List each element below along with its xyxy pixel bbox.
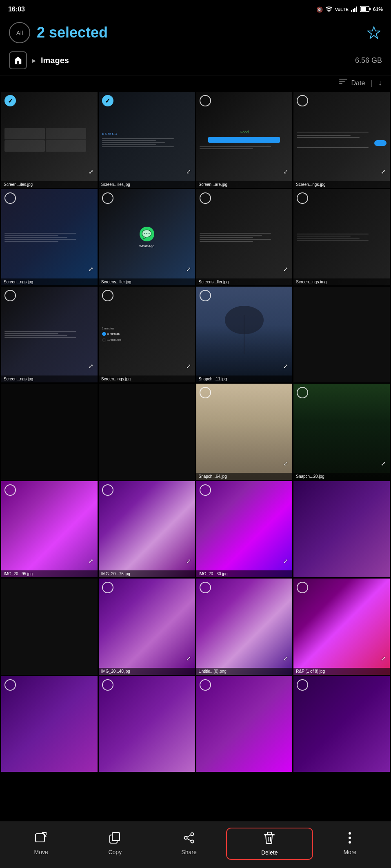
grid-item-16[interactable]: ⤢ IMG_20...95.jpg xyxy=(1,481,98,577)
toolbar-move[interactable]: Move xyxy=(4,830,78,858)
expand-icon-3[interactable]: ⤢ xyxy=(282,168,290,176)
expand-icon-14[interactable]: ⤢ xyxy=(282,459,290,468)
grid-item-25[interactable] xyxy=(99,676,195,772)
svg-rect-11 xyxy=(339,81,345,82)
grid-item-9[interactable]: ⤢ Screen...ngs.jpg xyxy=(1,287,98,383)
grid-item-22[interactable]: ⤢ Untitle...(0).png xyxy=(196,579,293,675)
grid-item-23[interactable]: ⤢ R&P (1 of 8).jpg xyxy=(293,579,390,675)
copy-icon xyxy=(109,832,121,846)
sort-divider: | xyxy=(371,79,373,87)
grid-item-11[interactable]: ⤢ Snapch...11.jpg xyxy=(196,287,293,383)
expand-icon-17[interactable]: ⤢ xyxy=(184,557,193,565)
select-circle-5[interactable] xyxy=(4,192,16,204)
select-circle-27[interactable] xyxy=(297,679,308,691)
grid-item-15[interactable]: ⤢ Snapch...20.jpg xyxy=(293,384,390,480)
file-label-11: Snapch...11.jpg xyxy=(196,375,293,382)
select-circle-18[interactable] xyxy=(200,484,211,496)
svg-point-0 xyxy=(328,11,329,12)
svg-rect-15 xyxy=(112,833,120,841)
toolbar-copy[interactable]: Copy xyxy=(78,830,152,858)
expand-icon-7[interactable]: ⤢ xyxy=(282,265,290,273)
toolbar-more-label: More xyxy=(343,849,356,855)
toolbar-more[interactable]: More xyxy=(313,830,387,858)
file-label-6: Screens...ller.jpg xyxy=(99,278,195,285)
header-bar: All 2 selected xyxy=(0,15,391,47)
select-circle-17[interactable] xyxy=(102,484,113,496)
expand-icon-21[interactable]: ⤢ xyxy=(184,654,193,663)
status-bar: 16:03 🔇 VoLTE xyxy=(0,0,391,15)
grid-item-13b[interactable] xyxy=(99,384,195,480)
expand-icon-18[interactable]: ⤢ xyxy=(282,557,290,565)
grid-item-7[interactable]: ⤢ Screens...ller.jpg xyxy=(196,189,293,285)
select-circle-9[interactable] xyxy=(4,290,16,301)
grid-item-20[interactable] xyxy=(1,579,98,675)
expand-icon-10[interactable]: ⤢ xyxy=(184,362,193,370)
select-circle-22[interactable] xyxy=(200,582,211,593)
svg-rect-10 xyxy=(339,79,347,80)
select-circle-26[interactable] xyxy=(200,679,211,691)
status-icons: 🔇 VoLTE xyxy=(316,6,383,13)
expand-icon-11[interactable]: ⤢ xyxy=(282,362,290,370)
grid-item-14[interactable]: ⤢ Snapch...64.jpg xyxy=(196,384,293,480)
select-circle-7[interactable] xyxy=(200,192,211,204)
svg-point-28 xyxy=(349,841,351,844)
signal-icon: VoLTE xyxy=(335,7,349,12)
select-circle-16[interactable] xyxy=(4,484,16,496)
expand-icon-22[interactable]: ⤢ xyxy=(282,654,290,663)
select-circle-11[interactable] xyxy=(200,290,211,301)
grid-item-10[interactable]: 2 minutes 5 minutes 10 minutes ⤢ Screen.… xyxy=(99,287,195,383)
select-circle-2[interactable]: ✓ xyxy=(102,95,113,106)
toolbar-share[interactable]: Share xyxy=(152,830,226,858)
expand-icon-6[interactable]: ⤢ xyxy=(184,265,193,273)
expand-icon-9[interactable]: ⤢ xyxy=(87,362,95,370)
select-circle-8[interactable] xyxy=(297,192,308,204)
grid-item-2[interactable]: ● 6.56 GB ✓ ⤢ Screen...iles.jpg xyxy=(99,92,195,188)
select-circle-23[interactable] xyxy=(297,582,308,593)
select-circle-10[interactable] xyxy=(102,290,113,301)
select-circle-25[interactable] xyxy=(102,679,113,691)
home-icon[interactable] xyxy=(9,51,27,69)
grid-item-21[interactable]: ⤢ IMG_20...40.jpg xyxy=(99,579,195,675)
sort-label[interactable]: Date xyxy=(351,80,365,87)
sort-direction[interactable]: ↓ xyxy=(378,79,382,87)
star-button[interactable] xyxy=(366,24,382,41)
grid-item-27[interactable] xyxy=(293,676,390,772)
toolbar-share-label: Share xyxy=(181,849,196,855)
select-circle-24[interactable] xyxy=(4,679,16,691)
expand-icon-5[interactable]: ⤢ xyxy=(87,265,95,273)
select-circle-3[interactable] xyxy=(200,95,211,106)
grid-item-6[interactable]: 💬 WhatsApp ⤢ Screens...ller.jpg xyxy=(99,189,195,285)
grid-item-4[interactable]: ⤢ Screen...ngs.jpg xyxy=(293,92,390,188)
expand-icon-15[interactable]: ⤢ xyxy=(379,459,387,468)
grid-item-1[interactable]: ✓ ⤢ Screen...iles.jpg xyxy=(1,92,98,188)
svg-point-26 xyxy=(349,832,351,835)
select-circle-6[interactable] xyxy=(102,192,113,204)
select-circle-14[interactable] xyxy=(200,387,211,398)
expand-icon-16[interactable]: ⤢ xyxy=(87,557,95,565)
expand-icon-2[interactable]: ⤢ xyxy=(184,168,193,176)
svg-rect-3 xyxy=(354,8,355,12)
grid-item-18[interactable]: ⤢ IMG_20...30.jpg xyxy=(196,481,293,577)
grid-item-3[interactable]: Good ⤢ Screen...are.jpg xyxy=(196,92,293,188)
expand-icon-4[interactable]: ⤢ xyxy=(379,168,387,176)
toolbar-move-label: Move xyxy=(34,849,48,855)
grid-item-13[interactable] xyxy=(1,384,98,480)
grid-item-24[interactable] xyxy=(1,676,98,772)
grid-item-17[interactable]: ⤢ IMG_20...75.jpg xyxy=(99,481,195,577)
grid-item-26[interactable] xyxy=(196,676,293,772)
select-circle-21[interactable] xyxy=(102,582,113,593)
file-label-5: Screen...ngs.jpg xyxy=(1,278,98,285)
expand-icon-23[interactable]: ⤢ xyxy=(379,654,387,663)
grid-item-8[interactable]: Screen...ngs.img xyxy=(293,189,390,285)
sort-icon[interactable] xyxy=(339,79,347,87)
image-grid: ✓ ⤢ Screen...iles.jpg ● 6.56 GB ✓ ⤢ Scre… xyxy=(0,91,391,773)
file-label-15: Snapch...20.jpg xyxy=(293,473,390,480)
grid-item-19[interactable] xyxy=(293,481,390,577)
grid-item-12[interactable] xyxy=(293,287,390,383)
grid-item-5[interactable]: ⤢ Screen...ngs.jpg xyxy=(1,189,98,285)
select-circle-1[interactable]: ✓ xyxy=(4,95,16,106)
all-selector[interactable]: All xyxy=(9,22,30,43)
toolbar-delete[interactable]: Delete xyxy=(226,828,313,860)
expand-icon-1[interactable]: ⤢ xyxy=(87,168,95,176)
svg-line-20 xyxy=(187,835,191,837)
